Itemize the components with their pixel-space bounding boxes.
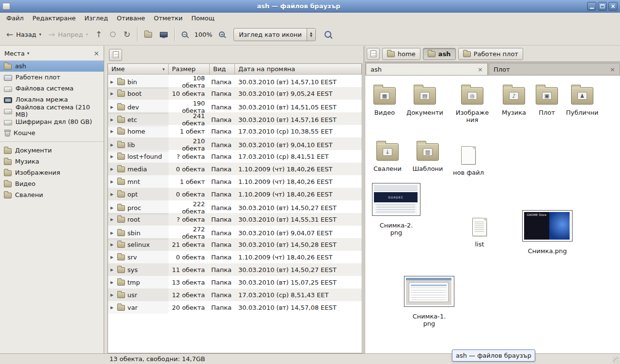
icon-view-item[interactable]: GUADEC Снимка-2.png	[372, 183, 420, 236]
up-button[interactable]: ↑	[92, 26, 106, 43]
icon-view-item[interactable]: list	[461, 211, 498, 248]
places-item[interactable]: Шифриран дял (80 GB)	[0, 116, 104, 127]
table-row[interactable]: ▶ etc 241 обекта Папка 30.03.2010 (вт) 1…	[108, 112, 362, 125]
icon-view-item[interactable]: ▦ Видео	[366, 83, 403, 116]
menu-item[interactable]: Помощ	[187, 14, 219, 23]
places-item[interactable]: Кошче	[0, 127, 104, 138]
expander-icon[interactable]: ▶	[110, 293, 115, 297]
expander-icon[interactable]: ▶	[110, 91, 115, 96]
expander-icon[interactable]: ▶	[110, 255, 115, 259]
icon-view-item[interactable]: ▣ Плот	[528, 83, 565, 116]
icon-view-item[interactable]: ▥ Шаблони	[409, 139, 446, 172]
tab-plot[interactable]: Плот ×	[489, 63, 620, 75]
expander-icon[interactable]: ▶	[110, 243, 115, 247]
zoom-in-button[interactable]: +	[215, 26, 229, 43]
reload-button[interactable]: ↻	[120, 26, 134, 43]
minimize-button[interactable]	[587, 2, 596, 11]
titlebar[interactable]: ash — файлов браузър ×	[0, 0, 620, 13]
icon-view-item[interactable]: ♟ Публични	[564, 83, 601, 116]
location-bar-toggle-button[interactable]	[367, 48, 380, 60]
column-header-size[interactable]: Размер	[169, 64, 210, 75]
icon-view-item[interactable]: ◎ Изображения	[454, 83, 491, 123]
expander-icon[interactable]: ▶	[110, 105, 115, 109]
path-button-home[interactable]: home	[382, 48, 420, 60]
expander-icon[interactable]: ▶	[110, 268, 115, 272]
expander-icon[interactable]: ▶	[110, 305, 115, 310]
icon-view-item[interactable]: Снимка-1.png	[404, 276, 454, 327]
view-mode-select[interactable]: Изглед като икони ▲▼	[233, 28, 316, 41]
window-list-button[interactable]: ash — файлов браузър	[452, 349, 535, 362]
places-item[interactable]: Свалени	[0, 189, 104, 200]
expander-icon[interactable]: ▶	[110, 180, 115, 184]
maximize-button[interactable]	[598, 2, 607, 11]
expander-icon[interactable]: ▶	[110, 217, 115, 222]
view-mode-spinner[interactable]: ▲▼	[307, 29, 315, 41]
table-row[interactable]: ▶ mnt 1 обект Папка 1.10.2009 (чт) 18,40…	[108, 175, 362, 188]
back-history-dropdown-icon[interactable]: ▾	[39, 32, 42, 37]
path-button-desktop[interactable]: Работен плот	[458, 48, 523, 60]
stop-button[interactable]	[106, 26, 120, 43]
menu-item[interactable]: Файл	[2, 14, 28, 23]
column-header-name[interactable]: Име ▾	[108, 64, 169, 75]
icon-view-item[interactable]: GNOME Store Снимка.png	[522, 210, 573, 255]
icon-view-item[interactable]: ♪ Музика	[496, 83, 532, 116]
forward-history-dropdown-icon[interactable]: ▾	[86, 32, 88, 37]
location-bar-toggle-button[interactable]	[109, 49, 122, 61]
table-row[interactable]: ▶ media 0 обекта Папка 1.10.2009 (чт) 18…	[108, 163, 362, 175]
table-row[interactable]: ▶ boot 10 обекта Папка 30.03.2010 (вт) 9…	[108, 87, 362, 100]
table-row[interactable]: ▶ sbin 272 обекта Папка 30.03.2010 (вт) …	[108, 226, 362, 238]
table-row[interactable]: ▶ sys 11 обекта Папка 30.03.2010 (вт) 14…	[108, 263, 362, 276]
table-row[interactable]: ▶ opt 0 обекта Папка 1.10.2009 (чт) 18,4…	[108, 188, 362, 200]
expander-icon[interactable]: ▶	[110, 129, 115, 134]
places-header[interactable]: Места ▾ ×	[0, 46, 104, 61]
icon-view[interactable]: ▦ Видео ▤ Документи ◎ Изображения ♪ Музи…	[365, 75, 620, 353]
table-row[interactable]: ▶ root ? обекта Папка 30.03.2010 (вт) 14…	[108, 213, 362, 226]
places-item[interactable]: Музика	[0, 156, 104, 167]
expander-icon[interactable]: ▶	[110, 231, 115, 235]
places-close-icon[interactable]: ×	[93, 49, 99, 57]
expander-icon[interactable]: ▶	[110, 143, 115, 147]
table-row[interactable]: ▶ bin 108 обекта Папка 30.03.2010 (вт) 1…	[108, 75, 362, 87]
menu-item[interactable]: Изглед	[80, 14, 112, 23]
places-item[interactable]: Файлова система (210 MB)	[0, 105, 104, 116]
resize-grip[interactable]	[613, 357, 620, 364]
icon-view-item[interactable]: ↓ Свалени	[369, 139, 406, 172]
table-row[interactable]: ▶ selinux 21 обекта Папка 30.03.2010 (вт…	[108, 238, 362, 251]
tab-close-icon[interactable]: ×	[610, 66, 615, 73]
places-item[interactable]: Видео	[0, 178, 104, 189]
places-item[interactable]: ash	[0, 61, 104, 72]
table-row[interactable]: ▶ home 1 обект Папка 17.03.2010 (ср) 10,…	[108, 125, 362, 137]
places-item[interactable]: Работен плот	[0, 72, 104, 83]
table-row[interactable]: ▶ lib 210 обекта Папка 30.03.2010 (вт) 9…	[108, 137, 362, 150]
places-item[interactable]: Изображения	[0, 167, 104, 178]
table-row[interactable]: ▶ usr 12 обекта Папка 17.03.2010 (ср) 8,…	[108, 288, 362, 301]
tab-close-icon[interactable]: ×	[478, 66, 483, 73]
close-button[interactable]: ×	[608, 2, 618, 11]
table-row[interactable]: ▶ dev 190 обекта Папка 30.03.2010 (вт) 1…	[108, 100, 362, 112]
expander-icon[interactable]: ▶	[110, 192, 115, 197]
expander-icon[interactable]: ▶	[110, 167, 115, 171]
expander-icon[interactable]: ▶	[110, 80, 115, 84]
places-dropdown-icon[interactable]: ▾	[27, 51, 30, 56]
icon-view-item[interactable]: ▤ Документи	[406, 83, 443, 116]
expander-icon[interactable]: ▶	[110, 206, 115, 210]
forward-button[interactable]: → Напред ▾	[45, 26, 91, 43]
back-button[interactable]: ← Назад ▾	[3, 26, 45, 43]
menu-item[interactable]: Отметки	[149, 14, 186, 23]
column-header-date[interactable]: Дата на промяна	[235, 64, 362, 75]
table-row[interactable]: ▶ proc 222 обекта Папка 30.03.2010 (вт) …	[108, 200, 362, 213]
tab-ash[interactable]: ash ×	[366, 63, 488, 75]
icon-view-item[interactable]: нов файл	[450, 139, 487, 176]
table-row[interactable]: ▶ tmp 13 обекта Папка 30.03.2010 (вт) 15…	[108, 276, 362, 288]
search-button[interactable]	[321, 26, 335, 43]
expander-icon[interactable]: ▶	[110, 280, 115, 285]
zoom-out-button[interactable]: −	[178, 26, 191, 43]
expander-icon[interactable]: ▶	[110, 118, 115, 122]
table-row[interactable]: ▶ lost+found ? обекта Папка 17.03.2010 (…	[108, 150, 362, 163]
expander-icon[interactable]: ▶	[110, 154, 115, 159]
menu-item[interactable]: Редактиране	[28, 14, 80, 23]
menu-item[interactable]: Отиване	[112, 14, 149, 23]
places-item[interactable]: Документи	[0, 145, 104, 156]
table-row[interactable]: ▶ srv 0 обекта Папка 1.10.2009 (чт) 18,4…	[108, 251, 362, 263]
home-button[interactable]	[140, 26, 156, 43]
